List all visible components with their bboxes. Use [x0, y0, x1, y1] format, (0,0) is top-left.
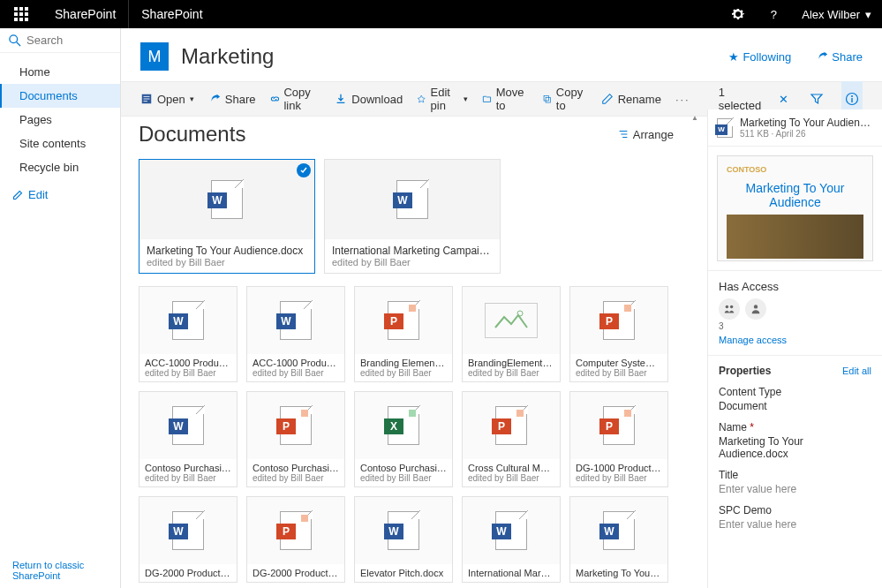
share-label: Share — [832, 50, 863, 64]
cmd-open[interactable]: Open ▾ — [140, 93, 194, 106]
file-tile[interactable]: BrandingElements.pngedited by Bill Baer — [462, 286, 561, 382]
file-tile[interactable]: PDG-1000 Product Ov…edited by Bill Baer — [569, 391, 668, 487]
details-title: Marketing To Your Audien… — [740, 117, 871, 129]
file-tile[interactable]: PBranding Elements.p…edited by Bill Baer — [354, 286, 453, 382]
document-library: Documents Arrange WMarketing To Your Aud… — [121, 109, 691, 588]
manage-access-link[interactable]: Manage access — [719, 335, 787, 345]
svg-point-8 — [517, 311, 523, 316]
edit-nav-link[interactable]: Edit — [0, 179, 120, 210]
word-file-icon: W — [396, 180, 428, 219]
nav-pages[interactable]: Pages — [0, 108, 120, 132]
image-thumb-icon — [485, 303, 538, 338]
word-file-icon: W — [495, 511, 527, 550]
word-file-icon: W — [388, 511, 419, 550]
file-tile[interactable]: WMarketing To Your A… — [569, 496, 668, 583]
prop-spc-value[interactable]: Enter value here — [719, 518, 871, 531]
cmd-overflow[interactable]: ··· — [675, 93, 690, 106]
follow-button[interactable]: ★ Following — [728, 50, 791, 64]
word-file-icon: W — [172, 511, 204, 550]
file-sub: edited by Bill Baer — [360, 368, 447, 378]
app-label[interactable]: SharePoint — [128, 0, 215, 28]
share-icon — [816, 50, 828, 63]
prop-name-value[interactable]: Marketing To Your Audience.docx — [719, 435, 871, 460]
search-icon — [9, 34, 21, 47]
search-input[interactable] — [26, 34, 106, 47]
word-file-icon: W — [172, 301, 204, 340]
user-menu[interactable]: Alex Wilber ▾ — [791, 8, 882, 21]
ppt-file-icon: P — [495, 406, 527, 445]
file-sub: edited by Bill Baer — [468, 368, 554, 378]
star-icon: ★ — [728, 50, 739, 64]
settings-icon[interactable] — [720, 0, 756, 28]
filter-icon[interactable] — [806, 92, 827, 106]
cmd-download[interactable]: Download — [335, 93, 403, 106]
chevron-down-icon: ▾ — [190, 94, 194, 103]
svg-point-9 — [726, 305, 729, 309]
classic-link[interactable]: Return to classic SharePoint — [12, 560, 120, 581]
file-tile[interactable]: WMarketing To Your Audience.docxedited b… — [139, 159, 315, 274]
svg-rect-3 — [544, 96, 548, 101]
file-name: BrandingElements.png — [468, 358, 554, 368]
brand-label: SharePoint — [42, 0, 128, 28]
access-person-icon[interactable] — [745, 298, 766, 320]
details-subtitle: 511 KB · April 26 — [740, 129, 871, 139]
arrange-icon — [617, 128, 629, 140]
edit-nav-label: Edit — [28, 188, 48, 201]
prop-title-value[interactable]: Enter value here — [719, 483, 871, 495]
file-tile[interactable]: WContoso Purchasing …edited by Bill Baer — [139, 391, 237, 487]
nav-documents[interactable]: Documents — [0, 84, 120, 108]
suite-bar: SharePoint SharePoint ? Alex Wilber ▾ — [0, 0, 882, 28]
app-launcher-icon[interactable] — [0, 0, 42, 28]
access-count: 3 — [719, 321, 871, 331]
file-tile[interactable]: WInternational Marketi… — [462, 496, 561, 583]
ppt-file-icon: P — [603, 406, 635, 445]
share-header-button[interactable]: Share — [816, 50, 863, 64]
nav-site-contents[interactable]: Site contents — [0, 132, 120, 155]
scrollbar[interactable]: ▲ — [691, 113, 698, 588]
file-tile[interactable]: WACC-1000 Product Sp…edited by Bill Baer — [246, 286, 345, 382]
file-tile[interactable]: XContoso Purchasing …edited by Bill Baer — [354, 391, 453, 487]
file-sub: edited by Bill Baer — [332, 257, 493, 268]
cmd-copy-to[interactable]: Copy to — [542, 86, 587, 112]
ppt-file-icon: P — [280, 406, 312, 445]
file-sub: edited by Bill Baer — [576, 368, 662, 378]
file-tile[interactable]: PComputer Systems In…edited by Bill Baer — [569, 286, 668, 382]
file-name: ACC-1000 Product Sp… — [253, 358, 339, 368]
prop-content-type-value[interactable]: Document — [719, 400, 871, 412]
file-preview[interactable]: CONTOSO Marketing To Your Audience — [717, 155, 873, 261]
arrange-button[interactable]: Arrange — [617, 128, 674, 141]
svg-point-0 — [10, 34, 18, 42]
site-logo[interactable]: M — [140, 42, 169, 71]
help-icon[interactable]: ? — [756, 0, 791, 28]
ppt-file-icon: P — [388, 301, 419, 340]
selection-count: 1 selected — [719, 86, 761, 112]
svg-rect-7 — [851, 98, 852, 102]
clear-selection-button[interactable]: ✕ — [775, 93, 792, 106]
cmd-edit-pin[interactable]: Edit pin ▾ — [417, 86, 468, 112]
site-title: Marketing — [181, 44, 274, 69]
cmd-move-to[interactable]: Move to — [482, 86, 528, 112]
file-tile[interactable]: PContoso Purchasing …edited by Bill Baer — [246, 391, 345, 487]
nav-home[interactable]: Home — [0, 60, 120, 84]
access-group-icon[interactable] — [719, 298, 740, 320]
ppt-file-icon: P — [280, 511, 312, 550]
file-tile[interactable]: WInternational Marketing Campaigns.docxe… — [324, 159, 501, 274]
file-tile[interactable]: WElevator Pitch.docx — [354, 496, 453, 583]
file-sub: edited by Bill Baer — [145, 368, 231, 378]
user-name: Alex Wilber — [802, 8, 860, 21]
cmd-copy-link[interactable]: Copy link — [270, 86, 321, 112]
word-file-icon: W — [172, 406, 204, 445]
properties-header: Properties — [719, 365, 771, 377]
site-header: M Marketing ★ Following Share — [121, 28, 882, 81]
cmd-rename[interactable]: Rename — [601, 93, 661, 106]
file-tile[interactable]: WDG-2000 Product Ov… — [139, 496, 237, 583]
svg-point-11 — [754, 305, 758, 308]
file-tile[interactable]: PCross Cultural Market…edited by Bill Ba… — [462, 391, 561, 487]
nav-recycle-bin[interactable]: Recycle bin — [0, 155, 120, 179]
search-box[interactable] — [0, 28, 120, 53]
file-tile[interactable]: PDG-2000 Product Pit… — [246, 496, 345, 583]
file-tile[interactable]: WACC-1000 Product Sp…edited by Bill Baer — [139, 286, 237, 382]
file-name: DG-2000 Product Pit… — [253, 568, 339, 578]
cmd-share[interactable]: Share — [208, 93, 256, 106]
edit-all-link[interactable]: Edit all — [842, 366, 871, 376]
